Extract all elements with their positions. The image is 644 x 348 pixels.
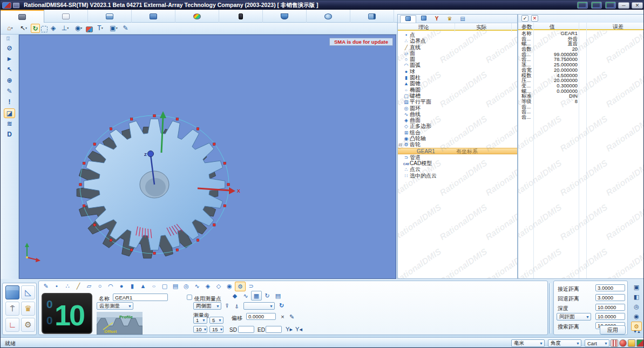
- panel-monitor-icon[interactable]: ▤: [457, 15, 468, 23]
- edit-plan-icon[interactable]: ✎: [288, 313, 296, 321]
- cube-sweep-icon[interactable]: ≋: [4, 119, 15, 129]
- flank-select[interactable]: 两侧面▼: [193, 302, 221, 310]
- machine-icon[interactable]: ⚙: [21, 318, 35, 332]
- actual-column-header[interactable]: 实际: [476, 24, 487, 31]
- gear-icon[interactable]: ⚙: [235, 282, 246, 291]
- parallel-planes-icon[interactable]: ▤: [170, 282, 181, 291]
- boundary-point-icon[interactable]: ∴: [62, 282, 73, 291]
- blue-cube-icon[interactable]: [5, 285, 19, 299]
- param-row[interactable]: 齿宽20.000000: [518, 68, 644, 73]
- coord-select[interactable]: Cart▼: [585, 339, 609, 347]
- tree-item[interactable]: ○椭圆: [398, 87, 517, 93]
- tree-item[interactable]: ▲圆锥: [398, 80, 517, 86]
- flag-yellow-icon[interactable]: [628, 339, 635, 347]
- param-row[interactable]: 名称GEAR1: [518, 31, 644, 37]
- machine-tool-icon[interactable]: ▣: [631, 283, 642, 292]
- param-row[interactable]: 变...0.300000: [518, 84, 644, 89]
- ball-red-icon[interactable]: [619, 339, 627, 347]
- y-forward-icon[interactable]: Y▸: [285, 325, 293, 333]
- sd-input[interactable]: [238, 326, 254, 333]
- spacing-select[interactable]: 间距面▼: [557, 313, 591, 320]
- param-row[interactable]: 标准DIN: [518, 94, 644, 99]
- use-points-checkbox[interactable]: [187, 295, 192, 300]
- tree-item[interactable]: •点: [398, 32, 517, 38]
- gamepad-icon[interactable]: [577, 2, 588, 9]
- probe-build-icon[interactable]: ◈: [49, 24, 58, 33]
- arc-icon[interactable]: ◠: [105, 282, 116, 291]
- ribbon-tab[interactable]: [1, 10, 44, 23]
- cube-alert-icon[interactable]: !: [4, 98, 15, 107]
- ed-input[interactable]: [266, 326, 282, 333]
- tree-item[interactable]: ▮圆柱: [398, 74, 517, 80]
- tree-item[interactable]: ∴点云: [398, 166, 517, 172]
- error-column-header[interactable]: 误差: [613, 23, 623, 31]
- ribbon-tab[interactable]: [44, 10, 88, 23]
- param-row[interactable]: 模数4.500000: [518, 73, 644, 79]
- ribbon-tab[interactable]: [88, 10, 132, 23]
- tree-item[interactable]: ⊃管道: [398, 154, 517, 160]
- sweep-brush-icon[interactable]: ◪: [4, 108, 15, 118]
- panel-splitter[interactable]: [549, 283, 551, 333]
- pin-icon[interactable]: ⍗: [6, 36, 10, 42]
- cube-block-icon[interactable]: ⊘: [4, 44, 15, 53]
- ribbon-tab[interactable]: [307, 10, 350, 23]
- polygon-icon[interactable]: ◇: [213, 282, 224, 291]
- param-row[interactable]: 齿...: [518, 115, 644, 120]
- tooth-start-select[interactable]: 1▼: [193, 317, 207, 324]
- close-button[interactable]: ✕: [632, 2, 643, 9]
- tree-item[interactable]: ◇正多边形: [398, 123, 517, 129]
- cube-cursor-icon[interactable]: ↖: [4, 65, 15, 75]
- spacing-input[interactable]: [595, 313, 625, 320]
- units-select[interactable]: 毫米▼: [511, 339, 545, 347]
- screen-share-icon[interactable]: [591, 2, 602, 9]
- crown2-icon[interactable]: ♛: [21, 302, 35, 316]
- cube-touch-icon[interactable]: ◉: [631, 312, 642, 321]
- retract-input[interactable]: [595, 294, 625, 301]
- param-row[interactable]: 齿...99.000000: [518, 52, 644, 58]
- value-column-header[interactable]: 值: [550, 23, 555, 31]
- viewport-3d[interactable]: Z X SMA is due for update: [19, 35, 396, 279]
- y-back-icon[interactable]: Y◂: [295, 325, 303, 333]
- brush-icon[interactable]: ✎: [121, 24, 130, 33]
- teach-probe-icon[interactable]: ✎: [40, 282, 51, 291]
- z-axis-ball[interactable]: [148, 151, 154, 157]
- probe-vector-icon[interactable]: ⍋: [233, 302, 241, 310]
- ribbon-tab[interactable]: [175, 10, 219, 23]
- close-panel-button[interactable]: ✕: [531, 15, 538, 22]
- tooth-start2-select[interactable]: 10▼: [193, 326, 207, 333]
- probe-icon[interactable]: [5, 302, 19, 316]
- param-row[interactable]: 螺...直齿: [518, 42, 644, 47]
- param-column-header[interactable]: 参数: [521, 23, 532, 31]
- cube-select-icon[interactable]: ⊕: [4, 76, 15, 86]
- palette-icon[interactable]: [86, 26, 93, 32]
- param-row[interactable]: 压...20.000000: [518, 78, 644, 84]
- confirm-check-button[interactable]: ✓: [521, 15, 528, 22]
- gear-model[interactable]: Z X: [19, 35, 396, 278]
- cube-edit-icon[interactable]: ✎: [4, 87, 15, 97]
- slot-icon[interactable]: ▢: [159, 282, 170, 291]
- rotate-view-icon[interactable]: ↻: [262, 291, 273, 301]
- offset-input[interactable]: [246, 313, 276, 320]
- crown-icon[interactable]: ♛: [444, 15, 455, 23]
- blue-cube-small-icon[interactable]: [418, 15, 429, 23]
- tree-item[interactable]: GEAR1有坐标系: [398, 148, 517, 154]
- tree-item[interactable]: ∷选中的点云: [398, 173, 517, 179]
- param-row[interactable]: 茎...25.000000: [518, 63, 644, 68]
- circle-icon[interactable]: ○: [94, 282, 105, 291]
- tree-item[interactable]: ▱面: [398, 50, 517, 56]
- apply-button[interactable]: 应用: [600, 325, 626, 335]
- point-pick-icon[interactable]: ×: [279, 313, 287, 321]
- clipboard-icon[interactable]: ▣: [107, 24, 120, 33]
- param-row[interactable]: 齿数20: [518, 47, 644, 52]
- machine-link-icon[interactable]: [605, 2, 616, 9]
- tooth-end-select[interactable]: 5▼: [209, 317, 223, 324]
- pipe-icon[interactable]: ⊃: [246, 282, 256, 291]
- pointer-icon[interactable]: ↖: [17, 24, 30, 33]
- cube-search-icon[interactable]: ◎: [631, 302, 642, 311]
- text-label-icon[interactable]: T: [94, 24, 106, 33]
- refresh-icon[interactable]: ↻: [31, 24, 40, 33]
- blue-cube-large-icon[interactable]: [400, 15, 416, 23]
- probe-view-icon[interactable]: ◆: [229, 291, 240, 301]
- cube-data-icon[interactable]: D: [4, 130, 15, 140]
- plane-icon[interactable]: ▱: [84, 282, 94, 291]
